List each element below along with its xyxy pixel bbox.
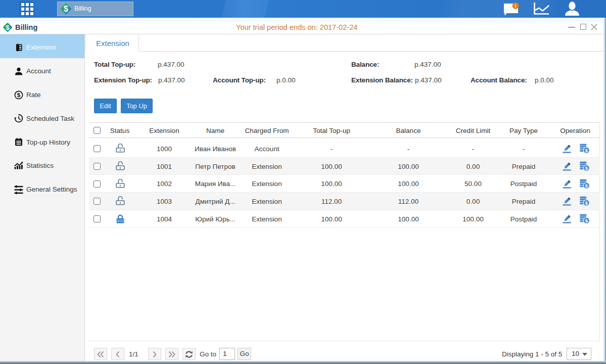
svg-text:!: ! [515,3,516,9]
svg-text:$: $ [585,148,588,153]
svg-text:$: $ [585,183,588,188]
svg-text:$: $ [585,165,588,170]
svg-text:$: $ [64,5,68,13]
svg-text:$: $ [585,200,588,206]
svg-text:$: $ [6,24,10,31]
svg-text:$: $ [17,92,21,98]
svg-text:$: $ [585,218,588,223]
